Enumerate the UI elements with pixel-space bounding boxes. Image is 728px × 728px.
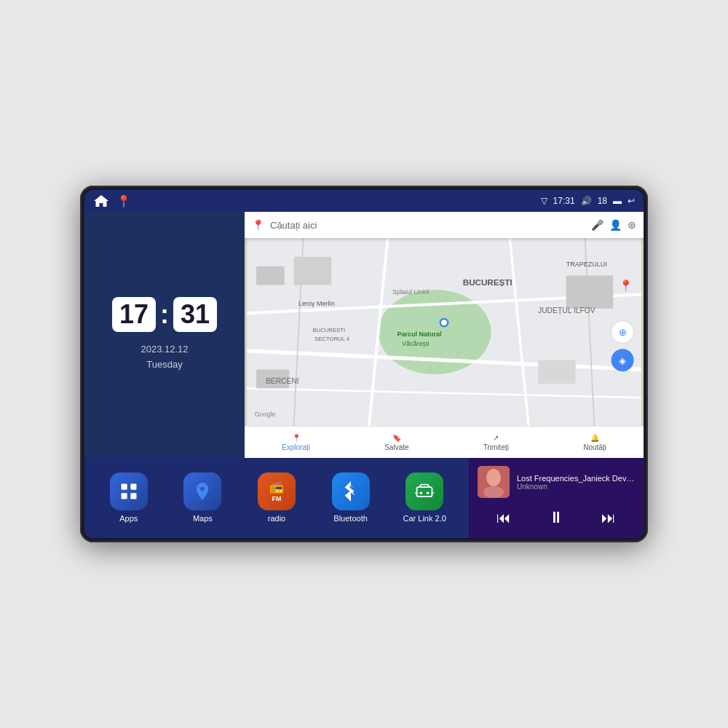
svg-point-43	[483, 486, 504, 498]
volume-icon: 🔊	[581, 196, 592, 206]
map-tab-trimiteti-label: Trimiteți	[483, 443, 509, 451]
app-icon-carlink[interactable]: Car Link 2.0	[400, 472, 449, 523]
music-prev-button[interactable]: ⏮	[491, 507, 517, 529]
svg-text:📍: 📍	[619, 279, 633, 293]
maps-pin-icon: 📍	[116, 194, 131, 208]
volume-label: 18	[598, 196, 607, 206]
svg-text:Văcărești: Văcărești	[402, 340, 430, 347]
music-play-button[interactable]: ⏸	[542, 505, 570, 530]
svg-text:Parcul Natural: Parcul Natural	[397, 331, 442, 338]
bookmark-icon: 🔖	[392, 434, 401, 442]
share-icon: ↗	[493, 434, 499, 442]
radio-icon: 📻 FM	[258, 472, 296, 510]
map-search-icons: 🎤 👤 ⊛	[591, 219, 636, 231]
main-content: 17 : 31 2023.12.12 Tuesday 📍 Căutați aic…	[84, 212, 644, 458]
svg-text:BUCUREȘTI: BUCUREȘTI	[312, 327, 345, 333]
music-controls: ⏮ ⏸ ⏭	[478, 505, 635, 530]
music-next-button[interactable]: ⏭	[596, 507, 622, 529]
carlink-label: Car Link 2.0	[403, 514, 446, 523]
svg-text:JUDEȚUL ILFOV: JUDEȚUL ILFOV	[538, 306, 596, 314]
map-search-bar[interactable]: 📍 Căutați aici 🎤 👤 ⊛	[245, 212, 644, 238]
map-tab-salvate-label: Salvate	[384, 443, 408, 451]
svg-rect-35	[130, 493, 136, 499]
svg-text:BUCUREȘTI: BUCUREȘTI	[463, 277, 513, 287]
app-icon-bluetooth[interactable]: Bluetooth	[326, 472, 376, 523]
music-artist: Unknown	[517, 483, 635, 491]
app-icons-panel: Apps Maps 📻 FM	[84, 458, 469, 538]
status-right: ▽ 17:31 🔊 18 ▬ ↩	[541, 196, 635, 206]
svg-rect-32	[121, 483, 127, 489]
svg-rect-34	[121, 493, 127, 499]
battery-icon: ▬	[613, 196, 622, 206]
svg-rect-10	[294, 257, 332, 285]
map-area[interactable]: BUCUREȘTI JUDEȚUL ILFOV BERCENI TRAPEZUL…	[245, 238, 644, 426]
svg-text:Splaiul Unirii: Splaiul Unirii	[392, 288, 429, 296]
map-tab-explorati-label: Explorați	[282, 443, 310, 451]
map-panel[interactable]: 📍 Căutați aici 🎤 👤 ⊛	[245, 212, 644, 458]
clock-minute: 31	[173, 297, 217, 332]
svg-text:Google: Google	[254, 411, 275, 418]
svg-rect-9	[256, 266, 285, 285]
home-button[interactable]	[93, 194, 109, 207]
signal-icon: ▽	[541, 196, 547, 206]
map-tab-explorati[interactable]: 📍 Explorați	[282, 434, 310, 451]
music-info: Lost Frequencies_Janieck Devy-... Unknow…	[517, 474, 635, 491]
screen: 📍 ▽ 17:31 🔊 18 ▬ ↩ 17 : 31 2023	[84, 190, 644, 538]
maps-label: Maps	[193, 514, 213, 523]
status-left: 📍	[93, 194, 131, 208]
svg-rect-36	[417, 487, 432, 496]
app-icon-apps[interactable]: Apps	[104, 472, 154, 523]
carlink-icon	[405, 472, 443, 510]
radio-label: radio	[268, 514, 285, 523]
date-display: 2023.12.12 Tuesday	[141, 342, 188, 373]
music-player: Lost Frequencies_Janieck Devy-... Unknow…	[469, 458, 644, 538]
car-device: 📍 ▽ 17:31 🔊 18 ▬ ↩ 17 : 31 2023	[80, 186, 648, 542]
day-value: Tuesday	[141, 357, 188, 373]
svg-text:⊕: ⊕	[619, 327, 627, 338]
bluetooth-icon	[332, 472, 370, 510]
svg-text:◈: ◈	[619, 355, 626, 366]
svg-point-26	[441, 320, 447, 325]
map-tab-trimiteti[interactable]: ↗ Trimiteți	[483, 434, 509, 451]
svg-rect-12	[538, 360, 576, 384]
explore-icon: 📍	[292, 434, 301, 442]
music-title: Lost Frequencies_Janieck Devy-...	[517, 474, 635, 483]
mic-icon[interactable]: 🎤	[591, 219, 604, 231]
svg-point-37	[420, 491, 423, 494]
map-tab-salvate[interactable]: 🔖 Salvate	[384, 434, 408, 451]
status-time: 17:31	[553, 196, 575, 206]
user-icon[interactable]: 👤	[609, 219, 622, 231]
app-icon-radio[interactable]: 📻 FM radio	[252, 472, 301, 523]
svg-text:SECTORUL 4: SECTORUL 4	[314, 336, 350, 342]
music-info-row: Lost Frequencies_Janieck Devy-... Unknow…	[478, 466, 635, 498]
map-pin-icon: 📍	[252, 219, 264, 231]
clock-display: 17 : 31	[112, 297, 217, 332]
apps-icon	[110, 472, 148, 510]
svg-text:Leroy Merlin: Leroy Merlin	[298, 300, 335, 307]
bell-icon: 🔔	[590, 434, 599, 442]
svg-rect-11	[566, 276, 614, 309]
svg-rect-33	[130, 483, 136, 489]
bottom-section: Apps Maps 📻 FM	[84, 458, 644, 538]
svg-text:TRAPEZULUI: TRAPEZULUI	[566, 261, 607, 268]
svg-point-42	[486, 469, 501, 486]
status-bar: 📍 ▽ 17:31 🔊 18 ▬ ↩	[84, 190, 644, 212]
back-icon[interactable]: ↩	[628, 196, 635, 206]
svg-text:BERCENI: BERCENI	[266, 377, 299, 385]
layers-icon[interactable]: ⊛	[628, 219, 636, 231]
map-tab-noutati-label: Noutăți	[583, 443, 606, 451]
svg-point-38	[427, 491, 430, 494]
clock-hour: 17	[112, 297, 156, 332]
map-search-input[interactable]: Căutați aici	[270, 220, 585, 231]
maps-icon	[183, 472, 221, 510]
music-thumbnail	[478, 466, 510, 498]
map-bottom-bar: 📍 Explorați 🔖 Salvate ↗ Trimiteți 🔔 Nout…	[245, 426, 644, 458]
apps-label: Apps	[119, 514, 138, 523]
bluetooth-label: Bluetooth	[333, 514, 367, 523]
app-icon-maps[interactable]: Maps	[178, 472, 227, 523]
clock-colon: :	[160, 301, 169, 328]
date-value: 2023.12.12	[141, 342, 188, 357]
map-tab-noutati[interactable]: 🔔 Noutăți	[583, 434, 606, 451]
clock-panel: 17 : 31 2023.12.12 Tuesday	[84, 212, 245, 458]
